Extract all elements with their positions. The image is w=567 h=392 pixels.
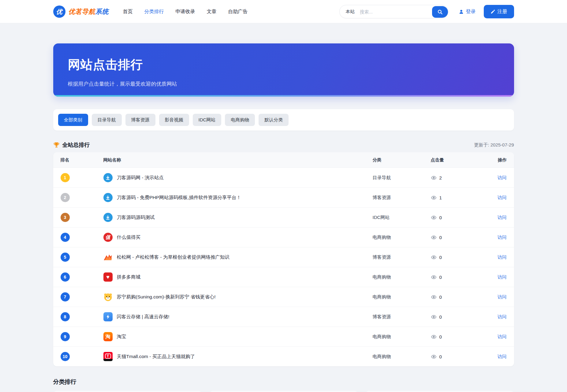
updated-timestamp: 更新于: 2025-07-29 bbox=[474, 142, 514, 148]
register-label: 注册 bbox=[498, 9, 507, 15]
column-header: 排名 bbox=[61, 157, 103, 163]
site-title[interactable]: 淘宝 bbox=[117, 334, 126, 340]
category-card bbox=[209, 391, 358, 392]
eye-icon bbox=[431, 354, 437, 360]
table-row: 1 刀客源码网 - 演示站点 目录导航 2 访问 bbox=[53, 168, 514, 187]
tmall-t-icon: T bbox=[103, 352, 113, 361]
nav-item[interactable]: 申请收录 bbox=[176, 9, 195, 15]
click-count: 0 bbox=[439, 215, 442, 220]
site-category: 目录导航 bbox=[373, 175, 431, 181]
eye-icon bbox=[431, 314, 437, 320]
brand-logo[interactable]: 优 优茗导航系统 bbox=[53, 6, 109, 18]
site-category: 电商购物 bbox=[373, 294, 431, 300]
trophy-icon bbox=[53, 142, 60, 148]
click-count: 1 bbox=[439, 195, 442, 200]
ranking-table: 排名网站名称分类点击量操作 1 刀客源码网 - 演示站点 目录导航 2 访问 2… bbox=[53, 152, 514, 366]
nav-item[interactable]: 自助广告 bbox=[228, 9, 248, 15]
brand-name: 优茗导航系统 bbox=[69, 7, 109, 16]
category-card bbox=[365, 391, 514, 392]
site-title[interactable]: 什么值得买 bbox=[117, 234, 141, 241]
click-count: 0 bbox=[439, 235, 442, 240]
visit-link[interactable]: 访问 bbox=[498, 314, 507, 319]
page-subtitle: 根据用户点击量统计，展示最受欢迎的优质网站 bbox=[68, 80, 499, 87]
top-header: 优 优茗导航系统 首页分类排行申请收录文章自助广告 本站 登录 注册 bbox=[0, 0, 567, 23]
nav-item[interactable]: 分类排行 bbox=[144, 9, 164, 15]
column-header: 分类 bbox=[373, 157, 431, 163]
visit-link[interactable]: 访问 bbox=[498, 235, 507, 240]
table-row: 9 淘 淘宝 电商购物 0 访问 bbox=[53, 327, 514, 346]
search-button[interactable] bbox=[432, 6, 448, 18]
eye-icon bbox=[431, 274, 437, 280]
lightning-icon bbox=[103, 312, 113, 321]
search-bar: 本站 bbox=[339, 5, 448, 18]
table-row: 2 刀客源码 - 免费PHP网站源码模板,插件软件资源分享平台！ 博客资源 1 … bbox=[53, 187, 514, 207]
filter-button[interactable]: 博客资源 bbox=[125, 114, 155, 126]
eye-icon bbox=[431, 175, 437, 181]
rank-badge: 10 bbox=[61, 352, 70, 361]
section-title: 全站总排行 bbox=[62, 141, 90, 149]
visit-link[interactable]: 访问 bbox=[498, 354, 507, 359]
pencil-icon bbox=[491, 9, 495, 14]
heart-lattice-icon: ♥ bbox=[103, 272, 113, 282]
site-title[interactable]: 天猫Tmall.com - 买正品上天猫就购了 bbox=[117, 353, 195, 360]
category-cards bbox=[53, 391, 514, 392]
user-icon bbox=[459, 9, 464, 14]
visit-link[interactable]: 访问 bbox=[498, 195, 507, 200]
table-header-row: 排名网站名称分类点击量操作 bbox=[53, 152, 514, 168]
tao-char-icon: 淘 bbox=[103, 332, 113, 341]
squirrel-icon bbox=[103, 253, 113, 262]
site-title[interactable]: 拼多多商城 bbox=[117, 274, 141, 280]
eye-icon bbox=[431, 235, 437, 240]
site-title[interactable]: 闪客云存储 | 高速云存储! bbox=[117, 314, 170, 320]
filter-button[interactable]: 默认分类 bbox=[259, 114, 289, 126]
site-category: 博客资源 bbox=[373, 254, 431, 260]
nav-item[interactable]: 首页 bbox=[123, 9, 133, 15]
rank-badge: 9 bbox=[61, 332, 70, 341]
column-header: 点击量 bbox=[431, 157, 489, 163]
table-row: 5 松松网 - 卢松松博客 - 为草根创业者提供网络推广知识 博客资源 0 访问 bbox=[53, 247, 514, 267]
main-nav: 首页分类排行申请收录文章自助广告 bbox=[123, 9, 248, 15]
download-circle-icon bbox=[103, 193, 113, 202]
section-header: 全站总排行 更新于: 2025-07-29 bbox=[53, 141, 514, 149]
column-header: 网站名称 bbox=[103, 157, 373, 163]
filter-button[interactable]: IDC网站 bbox=[193, 114, 222, 126]
site-title[interactable]: 刀客源码源码测试 bbox=[117, 214, 155, 221]
category-card bbox=[53, 391, 202, 392]
site-category: 电商购物 bbox=[373, 354, 431, 360]
rank-badge: 6 bbox=[61, 272, 70, 282]
site-category: 博客资源 bbox=[373, 195, 431, 201]
filter-button[interactable]: 电商购物 bbox=[225, 114, 255, 126]
table-row: 4 值 什么值得买 电商购物 0 访问 bbox=[53, 227, 514, 247]
visit-link[interactable]: 访问 bbox=[498, 294, 507, 299]
download-circle-icon bbox=[103, 173, 113, 182]
filter-button[interactable]: 目录导航 bbox=[92, 114, 122, 126]
table-row: 3 刀客源码源码测试 IDC网站 0 访问 bbox=[53, 207, 514, 227]
site-title[interactable]: 刀客源码网 - 演示站点 bbox=[117, 175, 164, 181]
rank-badge: 8 bbox=[61, 312, 70, 321]
search-scope-label[interactable]: 本站 bbox=[340, 9, 360, 15]
visit-link[interactable]: 访问 bbox=[498, 334, 507, 339]
click-count: 2 bbox=[439, 175, 442, 180]
filter-button[interactable]: 全部类别 bbox=[58, 114, 88, 126]
table-row: 10 T 天猫Tmall.com - 买正品上天猫就购了 电商购物 0 访问 bbox=[53, 346, 514, 366]
visit-link[interactable]: 访问 bbox=[498, 254, 507, 260]
site-category: 博客资源 bbox=[373, 314, 431, 320]
filter-button[interactable]: 影音视频 bbox=[159, 114, 189, 126]
eye-icon bbox=[431, 215, 437, 220]
click-count: 0 bbox=[439, 255, 442, 260]
site-title[interactable]: 苏宁易购(Suning.com)-换新到苏宁 省钱更省心! bbox=[117, 294, 216, 300]
download-circle-icon bbox=[103, 213, 113, 222]
visit-link[interactable]: 访问 bbox=[498, 215, 507, 220]
site-title[interactable]: 刀客源码 - 免费PHP网站源码模板,插件软件资源分享平台！ bbox=[117, 194, 241, 201]
login-link[interactable]: 登录 bbox=[459, 9, 476, 15]
search-icon bbox=[437, 9, 443, 15]
visit-link[interactable]: 访问 bbox=[498, 274, 507, 279]
register-button[interactable]: 注册 bbox=[484, 5, 514, 18]
nav-item[interactable]: 文章 bbox=[207, 9, 217, 15]
click-count: 0 bbox=[439, 275, 442, 280]
page-title: 网站点击排行 bbox=[68, 56, 499, 73]
visit-link[interactable]: 访问 bbox=[498, 175, 507, 180]
category-filter-bar: 全部类别目录导航博客资源影音视频IDC网站电商购物默认分类 bbox=[53, 109, 514, 131]
rank-badge: 2 bbox=[61, 193, 70, 202]
site-title[interactable]: 松松网 - 卢松松博客 - 为草根创业者提供网络推广知识 bbox=[117, 254, 230, 261]
